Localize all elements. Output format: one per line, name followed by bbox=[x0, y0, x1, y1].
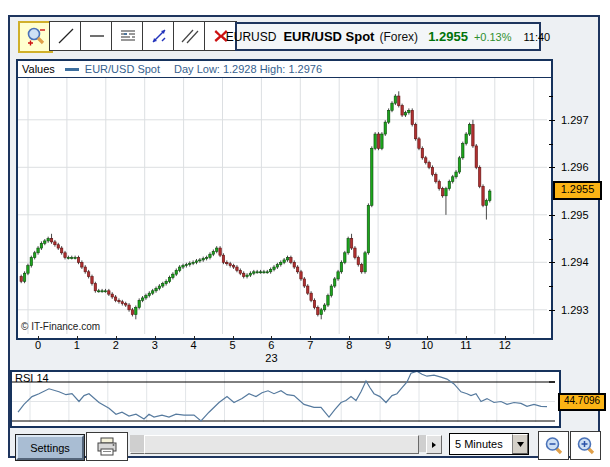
rsi-value-tag: 44.7096 bbox=[558, 393, 606, 411]
horizontal-line-tool-button[interactable] bbox=[80, 21, 113, 51]
dropdown-arrow-button[interactable] bbox=[512, 434, 528, 454]
blue-double-arrow-icon bbox=[149, 26, 169, 46]
fibonacci-tool-button[interactable] bbox=[142, 21, 175, 51]
magnifier-plus-icon bbox=[575, 435, 597, 457]
price-axis-label: 1.293 bbox=[561, 305, 589, 316]
quote-time: 11:40 bbox=[524, 31, 551, 43]
watermark: © IT-Finance.com bbox=[21, 321, 100, 332]
price-axis-label: 1.296 bbox=[561, 162, 589, 173]
rsi-panel[interactable]: RSI 14 bbox=[10, 370, 561, 428]
diagonal-line-icon bbox=[56, 26, 76, 46]
quote-price: 1.2955 bbox=[428, 29, 468, 44]
time-axis-label: 6 bbox=[262, 340, 280, 351]
date-label: 23 bbox=[262, 353, 280, 364]
chart-window: EURUSD EUR/USD Spot (Forex) 1.2955 +0.13… bbox=[8, 15, 600, 458]
time-axis-label: 11 bbox=[457, 340, 475, 351]
candlestick-chart bbox=[18, 78, 547, 334]
parallel-lines-icon bbox=[180, 26, 200, 46]
zoom-out-button[interactable] bbox=[538, 431, 569, 460]
price-axis-label: 1.294 bbox=[561, 257, 589, 268]
quote-change: +0.13% bbox=[474, 31, 512, 43]
price-axis-tick bbox=[549, 262, 555, 263]
text-lines-icon bbox=[118, 26, 138, 46]
notes-tool-button[interactable] bbox=[111, 21, 144, 51]
time-axis-label: 8 bbox=[340, 340, 358, 351]
right-triangle-icon bbox=[430, 441, 438, 449]
scrollbar-thumb[interactable] bbox=[144, 435, 419, 454]
rsi-label: RSI 14 bbox=[15, 372, 49, 384]
time-axis-label: 7 bbox=[301, 340, 319, 351]
parallel-lines-tool-button[interactable] bbox=[173, 21, 206, 51]
horizontal-line-icon bbox=[87, 26, 107, 46]
scroll-right-button[interactable] bbox=[426, 435, 442, 454]
time-axis-label: 0 bbox=[29, 340, 47, 351]
zoom-in-button[interactable] bbox=[570, 431, 601, 460]
legend-values-label: Values bbox=[22, 63, 55, 75]
rsi-chart bbox=[12, 372, 555, 422]
time-axis-label: 10 bbox=[418, 340, 436, 351]
price-axis-minor-tick bbox=[549, 144, 553, 145]
interval-dropdown[interactable]: 5 Minutes bbox=[449, 433, 529, 455]
time-axis-label: 12 bbox=[496, 340, 514, 351]
quote-market: (Forex) bbox=[379, 30, 418, 44]
down-triangle-icon bbox=[517, 442, 524, 447]
zoom-tool-button[interactable] bbox=[18, 21, 53, 53]
magnifier-plus-minus-icon bbox=[25, 26, 47, 48]
price-axis-minor-tick bbox=[549, 286, 553, 287]
price-axis-tick bbox=[549, 215, 555, 216]
price-axis-label: 1.295 bbox=[561, 210, 589, 221]
quote-symbol: EURUSD bbox=[226, 30, 277, 44]
time-axis-label: 1 bbox=[68, 340, 86, 351]
quote-name: EUR/USD Spot bbox=[283, 29, 374, 44]
interval-value: 5 Minutes bbox=[450, 438, 512, 450]
legend-day-range: Day Low: 1.2928 High: 1.2976 bbox=[174, 63, 322, 75]
price-chart-frame: Values EUR/USD Spot Day Low: 1.2928 High… bbox=[16, 59, 553, 340]
candlestick-plot-area[interactable]: © IT-Finance.com bbox=[18, 78, 547, 334]
price-axis-label: 1.297 bbox=[561, 115, 589, 126]
printer-icon bbox=[95, 437, 119, 457]
chart-legend: Values EUR/USD Spot Day Low: 1.2928 High… bbox=[18, 61, 551, 78]
price-axis-tick bbox=[549, 310, 555, 311]
time-axis-label: 4 bbox=[185, 340, 203, 351]
quote-bar: EURUSD EUR/USD Spot (Forex) 1.2955 +0.13… bbox=[235, 22, 541, 51]
magnifier-minus-icon bbox=[543, 435, 565, 457]
trendline-tool-button[interactable] bbox=[49, 21, 82, 51]
time-axis-label: 3 bbox=[146, 340, 164, 351]
time-axis-label: 9 bbox=[379, 340, 397, 351]
settings-button[interactable]: Settings bbox=[16, 435, 84, 460]
price-axis-tick bbox=[549, 120, 555, 121]
price-axis-minor-tick bbox=[549, 239, 553, 240]
last-price-tag: 1.2955 bbox=[553, 181, 602, 200]
time-axis-label: 2 bbox=[107, 340, 125, 351]
legend-series-name: EUR/USD Spot bbox=[85, 63, 160, 75]
price-axis-tick bbox=[549, 167, 555, 168]
series-color-swatch bbox=[65, 68, 79, 71]
time-axis-label: 5 bbox=[224, 340, 242, 351]
price-axis-minor-tick bbox=[549, 96, 553, 97]
print-button[interactable] bbox=[86, 432, 128, 461]
